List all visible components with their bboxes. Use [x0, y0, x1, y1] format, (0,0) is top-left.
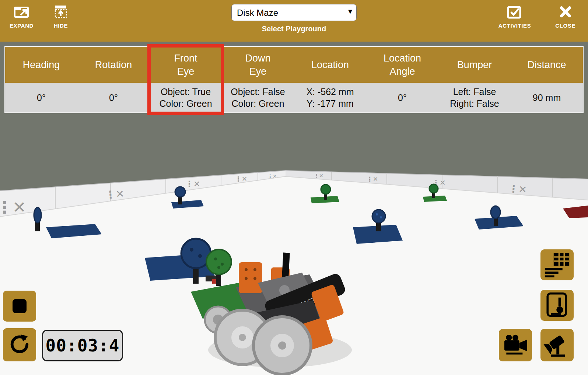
- top-toolbar: EXPAND HIDE Disk Maze ▾ Select Playgroun…: [0, 0, 588, 42]
- robot-view-button[interactable]: [540, 290, 574, 321]
- heading-value: 0°: [5, 83, 77, 112]
- reset-button[interactable]: [3, 328, 36, 361]
- expand-button[interactable]: EXPAND: [10, 4, 34, 29]
- sensor-dashboard-values: 0° 0° Object: TrueColor: Green Object: F…: [5, 83, 583, 112]
- rotation-value: 0°: [77, 83, 150, 112]
- front-eye-value: Object: TrueColor: Green: [150, 83, 222, 112]
- sensor-dashboard: Heading Rotation FrontEye DownEye Locati…: [4, 46, 584, 113]
- svg-text:⋮✕: ⋮✕: [268, 174, 277, 179]
- activities-button[interactable]: ACTIVITIES: [498, 4, 531, 29]
- svg-text:⋮✕: ⋮✕: [235, 175, 247, 183]
- expand-icon: [14, 4, 30, 20]
- scene-camera-button[interactable]: [540, 329, 574, 361]
- stop-button[interactable]: [3, 291, 36, 322]
- location-angle-value: 0°: [366, 83, 438, 112]
- svg-text:⋮✕: ⋮✕: [314, 173, 323, 179]
- hide-icon: [53, 4, 69, 20]
- column-header-rotation: Rotation: [77, 47, 150, 83]
- toolbar-left-group: EXPAND HIDE: [10, 4, 69, 29]
- location-value: X: -562 mmY: -177 mm: [294, 83, 366, 112]
- svg-text:⋮✕: ⋮✕: [105, 188, 125, 201]
- video-camera-button[interactable]: [499, 329, 532, 361]
- video-camera-icon: [502, 332, 529, 359]
- dashboard-toggle-button[interactable]: [540, 249, 574, 280]
- activities-icon: [507, 4, 523, 20]
- activities-label: ACTIVITIES: [498, 22, 531, 29]
- timer-display: 00:03:4: [42, 330, 123, 361]
- close-icon: [558, 4, 573, 20]
- column-header-distance: Distance: [511, 47, 583, 83]
- hide-button[interactable]: HIDE: [53, 4, 69, 29]
- sensor-dashboard-header: Heading Rotation FrontEye DownEye Locati…: [5, 47, 583, 83]
- column-header-location-angle: LocationAngle: [366, 47, 438, 83]
- robot-view-icon: [544, 292, 570, 319]
- column-header-bumper: Bumper: [438, 47, 511, 83]
- column-header-heading: Heading: [5, 47, 77, 83]
- column-header-location: Location: [294, 47, 366, 83]
- playground-select-group: Disk Maze ▾ Select Playground: [231, 4, 357, 33]
- bumper-value: Left: FalseRight: False: [438, 83, 511, 112]
- playground-select-label: Select Playground: [231, 25, 357, 33]
- column-header-front-eye: FrontEye: [150, 47, 222, 83]
- svg-text:⋮✕: ⋮✕: [0, 198, 26, 217]
- column-header-down-eye: DownEye: [222, 47, 294, 83]
- distance-value: 90 mm: [511, 83, 583, 112]
- dashboard-table-icon: [543, 252, 571, 278]
- svg-text:⋮✕: ⋮✕: [367, 175, 378, 183]
- stop-icon: [13, 299, 27, 313]
- scene-camera-icon: [543, 332, 571, 359]
- playground-select[interactable]: Disk Maze: [231, 4, 357, 21]
- close-label: CLOSE: [555, 22, 575, 29]
- down-eye-value: Object: FalseColor: Green: [222, 83, 294, 112]
- svg-text:⋮✕: ⋮✕: [185, 179, 200, 189]
- reset-icon: [9, 334, 30, 356]
- hide-label: HIDE: [54, 22, 68, 29]
- close-button[interactable]: CLOSE: [555, 4, 575, 29]
- svg-text:⋮✕: ⋮✕: [508, 183, 527, 195]
- expand-label: EXPAND: [10, 22, 34, 29]
- toolbar-right-group: ACTIVITIES CLOSE: [498, 4, 575, 29]
